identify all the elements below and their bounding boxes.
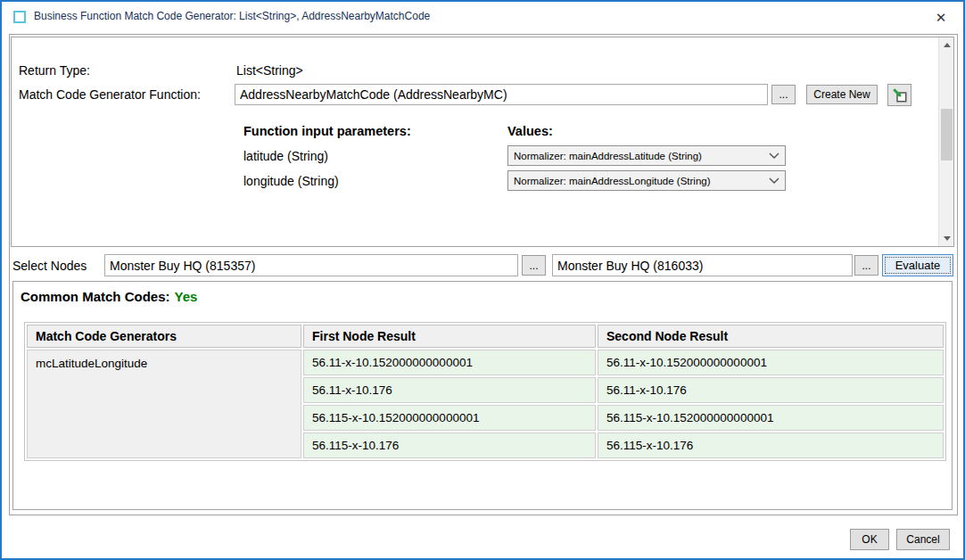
common-match-codes-value: Yes — [175, 289, 198, 304]
browse-second-node-button[interactable]: ... — [854, 255, 878, 276]
scroll-up-button[interactable] — [939, 37, 954, 53]
second-node-input[interactable] — [552, 254, 853, 276]
header-first-node-result: First Node Result — [303, 325, 596, 348]
generator-function-input[interactable] — [235, 84, 768, 105]
param-value-select-latitude[interactable]: Normalizer: mainAddressLatitude (String) — [507, 145, 786, 166]
param-value-select-longitude[interactable]: Normalizer: mainAddressLongitude (String… — [507, 170, 786, 191]
results-box: Common Match Codes:Yes Match Code Genera… — [12, 281, 953, 510]
params-header: Function input parameters: — [243, 124, 411, 138]
scroll-down-button[interactable] — [939, 231, 954, 246]
titlebar: Business Function Match Code Generator: … — [2, 2, 963, 33]
window-icon — [13, 11, 26, 23]
param-value-longitude: Normalizer: mainAddressLongitude (String… — [514, 176, 769, 186]
browse-first-node-button[interactable]: ... — [522, 255, 546, 276]
header-second-node-result: Second Node Result — [598, 325, 944, 348]
chevron-down-icon — [769, 177, 779, 185]
param-name-latitude: latitude (String) — [243, 149, 328, 163]
generator-name-cell: mcLatitudeLongitude — [27, 350, 301, 458]
evaluate-button[interactable]: Evaluate — [882, 254, 953, 276]
second-node-result-cell: 56.115-x-10.176 — [598, 432, 944, 458]
common-match-codes-label: Common Match Codes: — [21, 289, 170, 304]
header-match-code-generators: Match Code Generators — [27, 325, 301, 348]
ok-button[interactable]: OK — [850, 529, 889, 550]
scroll-up-icon — [944, 43, 951, 47]
select-nodes-label: Select Nodes — [12, 259, 87, 273]
vertical-scrollbar[interactable] — [938, 37, 953, 246]
dialog-window: Business Function Match Code Generator: … — [0, 0, 965, 560]
second-node-result-cell: 56.11-x-10.152000000000001 — [598, 350, 944, 375]
create-new-button[interactable]: Create New — [806, 85, 878, 104]
first-node-result-cell: 56.11-x-10.176 — [303, 377, 596, 403]
function-panel: Return Type: List<String> Match Code Gen… — [11, 37, 954, 247]
first-node-input[interactable] — [104, 254, 518, 276]
edit-function-icon — [892, 87, 908, 103]
close-button[interactable]: ✕ — [928, 7, 954, 29]
param-name-longitude: longitude (String) — [243, 174, 339, 188]
edit-function-button[interactable] — [887, 84, 911, 106]
param-value-latitude: Normalizer: mainAddressLatitude (String) — [514, 151, 769, 161]
second-node-result-cell: 56.115-x-10.152000000000001 — [598, 405, 944, 431]
values-header: Values: — [507, 124, 553, 138]
table-header-row: Match Code Generators First Node Result … — [27, 325, 944, 348]
close-icon: ✕ — [936, 10, 947, 26]
generator-function-label: Match Code Generator Function: — [19, 87, 201, 102]
first-node-result-cell: 56.115-x-10.152000000000001 — [303, 405, 596, 431]
first-node-result-cell: 56.115-x-10.176 — [303, 432, 596, 458]
return-type-value: List<String> — [236, 63, 303, 78]
return-type-label: Return Type: — [19, 63, 90, 78]
first-node-result-cell: 56.11-x-10.152000000000001 — [303, 350, 596, 375]
chevron-down-icon — [769, 152, 779, 160]
browse-function-button[interactable]: ... — [771, 85, 796, 104]
second-node-result-cell: 56.11-x-10.176 — [598, 377, 944, 403]
cancel-button[interactable]: Cancel — [896, 529, 950, 550]
scroll-down-icon — [944, 236, 951, 241]
table-row: mcLatitudeLongitude 56.11-x-10.152000000… — [27, 350, 944, 375]
window-title: Business Function Match Code Generator: … — [34, 10, 430, 22]
scrollbar-thumb[interactable] — [941, 109, 953, 161]
match-codes-table: Match Code Generators First Node Result … — [24, 322, 946, 461]
common-match-codes-line: Common Match Codes:Yes — [21, 289, 197, 304]
